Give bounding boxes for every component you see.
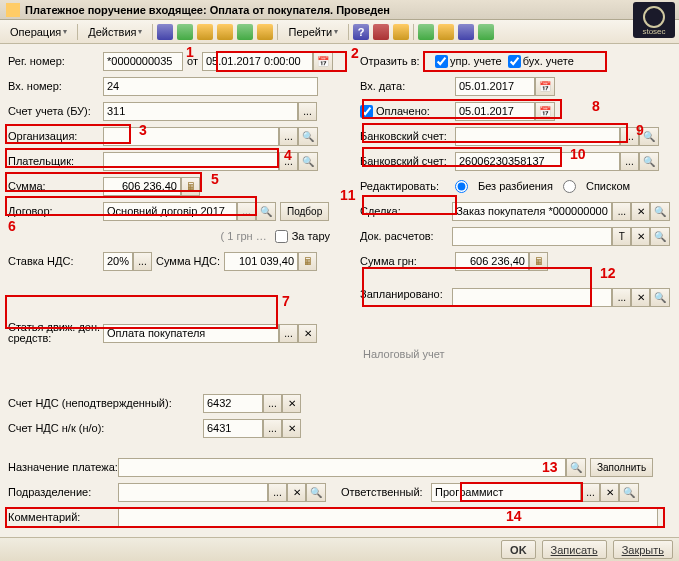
org-ellipsis[interactable]: ... (279, 127, 298, 146)
tree-icon[interactable] (393, 24, 409, 40)
vh-date-input[interactable] (455, 77, 535, 96)
purpose-search[interactable]: 🔍 (566, 458, 586, 477)
planned-clear[interactable]: ✕ (631, 288, 650, 307)
tool3-icon[interactable] (458, 24, 474, 40)
vat-nk-clear[interactable]: ✕ (282, 419, 301, 438)
vat-unconf-ellipsis[interactable]: ... (263, 394, 282, 413)
vh-num-label: Вх. номер: (8, 80, 103, 92)
paid-date-input[interactable] (455, 102, 535, 121)
purpose-input[interactable] (118, 458, 566, 477)
struct-icon[interactable] (257, 24, 273, 40)
tool2-icon[interactable] (438, 24, 454, 40)
bank-acc2-ellipsis[interactable]: ... (620, 152, 639, 171)
deal-clear[interactable]: ✕ (631, 202, 650, 221)
calendar-button[interactable]: 📅 (313, 52, 333, 71)
date-input[interactable] (202, 52, 313, 71)
planned-ellipsis[interactable]: ... (612, 288, 631, 307)
operation-menu[interactable]: Операция (4, 24, 73, 40)
settle-clear[interactable]: ✕ (631, 227, 650, 246)
mgmt-acc-checkbox[interactable] (435, 55, 448, 68)
planned-input[interactable] (452, 288, 612, 307)
actions-menu[interactable]: Действия (82, 24, 148, 40)
tool4-icon[interactable] (478, 24, 494, 40)
settle-doc-input[interactable] (452, 227, 612, 246)
contract-search[interactable]: 🔍 (256, 202, 276, 221)
responsible-label: Ответственный: (341, 486, 431, 498)
comment-input[interactable] (118, 508, 658, 527)
cash-flow-clear[interactable]: ✕ (298, 324, 317, 343)
subdivision-search[interactable]: 🔍 (306, 483, 326, 502)
responsible-input[interactable] (431, 483, 581, 502)
sum-calc[interactable]: 🖩 (181, 177, 200, 196)
vat-rate-input[interactable] (103, 252, 133, 271)
paid-checkbox[interactable] (360, 105, 373, 118)
no-split-radio[interactable] (455, 180, 468, 193)
contract-input[interactable] (103, 202, 237, 221)
help-icon[interactable]: ? (353, 24, 369, 40)
vh-num-input[interactable] (103, 77, 318, 96)
save-button[interactable]: Записать (542, 540, 607, 559)
org-input[interactable] (103, 127, 279, 146)
bank-acc-input[interactable] (455, 127, 620, 146)
cash-flow-ellipsis[interactable]: ... (279, 324, 298, 343)
settle-doc-label: Док. расчетов: (360, 230, 452, 242)
vat-unconf-clear[interactable]: ✕ (282, 394, 301, 413)
vat-rate-ellipsis[interactable]: ... (133, 252, 152, 271)
vh-date-label: Вх. дата: (360, 80, 455, 92)
vh-date-cal[interactable]: 📅 (535, 77, 555, 96)
responsible-ellipsis[interactable]: ... (581, 483, 600, 502)
responsible-clear[interactable]: ✕ (600, 483, 619, 502)
subdivision-input[interactable] (118, 483, 268, 502)
sum-uah-calc[interactable]: 🖩 (529, 252, 548, 271)
ok-button[interactable]: OK (501, 540, 536, 559)
basis-icon[interactable] (237, 24, 253, 40)
list-radio[interactable] (563, 180, 576, 193)
copy-icon[interactable] (217, 24, 233, 40)
bank-acc-search[interactable]: 🔍 (639, 127, 659, 146)
dk-icon[interactable] (373, 24, 389, 40)
subdivision-clear[interactable]: ✕ (287, 483, 306, 502)
post-icon[interactable] (177, 24, 193, 40)
titlebar: Платежное поручение входящее: Оплата от … (0, 0, 679, 20)
reflect-label: Отразить в: (360, 55, 435, 67)
close-button[interactable]: Закрыть (613, 540, 673, 559)
contract-ellipsis[interactable]: ... (237, 202, 256, 221)
planned-search[interactable]: 🔍 (650, 288, 670, 307)
settle-search[interactable]: 🔍 (650, 227, 670, 246)
bank-acc2-input[interactable] (455, 152, 620, 171)
cash-flow-input[interactable] (103, 324, 279, 343)
responsible-search[interactable]: 🔍 (619, 483, 639, 502)
vat-sum-input[interactable] (224, 252, 298, 271)
subdivision-ellipsis[interactable]: ... (268, 483, 287, 502)
payer-search[interactable]: 🔍 (298, 152, 318, 171)
payer-input[interactable] (103, 152, 279, 171)
footer: OK Записать Закрыть (0, 537, 679, 561)
org-label: Организация: (8, 130, 103, 142)
fin-acc-checkbox[interactable] (508, 55, 521, 68)
bank-acc-ellipsis[interactable]: ... (620, 127, 639, 146)
vat-nk-input[interactable] (203, 419, 263, 438)
vat-unconf-input[interactable] (203, 394, 263, 413)
deal-ellipsis[interactable]: ... (612, 202, 631, 221)
tara-checkbox[interactable] (275, 230, 288, 243)
sum-input[interactable] (103, 177, 181, 196)
sum-uah-input[interactable] (455, 252, 529, 271)
account-bu-ellipsis[interactable]: ... (298, 102, 317, 121)
goto-menu[interactable]: Перейти (282, 24, 344, 40)
account-bu-input[interactable] (103, 102, 298, 121)
org-search[interactable]: 🔍 (298, 127, 318, 146)
doc-icon[interactable] (197, 24, 213, 40)
refresh-icon[interactable] (157, 24, 173, 40)
vat-nk-ellipsis[interactable]: ... (263, 419, 282, 438)
deal-input[interactable] (452, 202, 612, 221)
fill-button[interactable]: Заполнить (590, 458, 653, 477)
tool1-icon[interactable] (418, 24, 434, 40)
paid-date-cal[interactable]: 📅 (535, 102, 555, 121)
podbor-button[interactable]: Подбор (280, 202, 329, 221)
reg-num-input[interactable] (103, 52, 183, 71)
bank-acc2-search[interactable]: 🔍 (639, 152, 659, 171)
settle-t[interactable]: T (612, 227, 631, 246)
payer-ellipsis[interactable]: ... (279, 152, 298, 171)
deal-search[interactable]: 🔍 (650, 202, 670, 221)
vat-sum-calc[interactable]: 🖩 (298, 252, 317, 271)
